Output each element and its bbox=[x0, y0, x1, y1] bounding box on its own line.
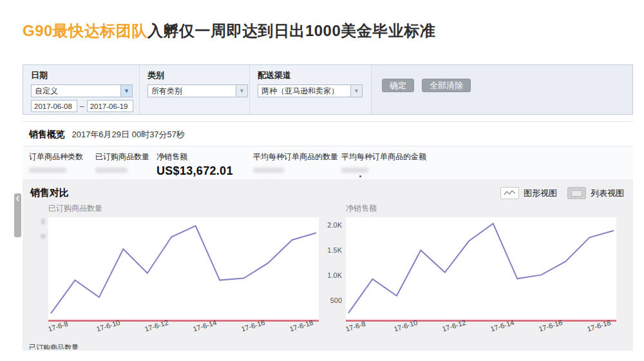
metric-label: 订单商品种类数 bbox=[29, 151, 95, 162]
metric-label: 平均每种订单商品的数量 bbox=[253, 151, 341, 162]
sales-overview-section: 销售概览 2017年6月29日 00时37分57秒 订单商品种类数 已订购商品数… bbox=[23, 121, 633, 186]
metric-label: 平均每种订单商品的金额 bbox=[341, 151, 633, 162]
category-select[interactable]: 所有类别 ▼ bbox=[147, 84, 248, 97]
page-title-highlight: G90最快达标团队 bbox=[23, 22, 147, 39]
page-title: G90最快达标团队入孵仅一周即达到日出1000美金毕业标准 bbox=[23, 21, 435, 41]
graph-view-label: 图形视图 bbox=[524, 188, 557, 199]
x-axis: 17-6-817-6-1017-6-1217-6-1417-6-1617-6-1… bbox=[48, 322, 319, 341]
metric-avg-units-per-item: 平均每种订单商品的数量 bbox=[253, 151, 341, 178]
y-axis: 5001.0K1.5K2.0K bbox=[323, 217, 346, 322]
date-range-separator: – bbox=[77, 102, 87, 111]
filter-actions: 确定 全部清除 bbox=[371, 65, 632, 114]
metric-units-ordered: 已订购商品数量 bbox=[95, 151, 156, 178]
sales-overview-title: 销售概览 bbox=[29, 129, 65, 139]
metric-avg-amount-per-item: 平均每种订单商品的金额 bbox=[341, 151, 633, 178]
sales-overview-timestamp: 2017年6月29日 00时37分57秒 bbox=[71, 130, 185, 139]
x-tick-label: 17-6-8 bbox=[47, 320, 69, 333]
plot-area bbox=[346, 217, 616, 322]
list-view-button[interactable]: 列表视图 bbox=[567, 187, 624, 199]
x-tick-label: 17-6-8 bbox=[345, 320, 366, 333]
list-view-label: 列表视图 bbox=[591, 188, 624, 199]
net-sales-value: US$13,672.01 bbox=[156, 164, 253, 178]
line-series bbox=[51, 226, 316, 313]
channel-value: 两种（亚马逊和卖家） bbox=[258, 85, 350, 97]
redacted-value bbox=[95, 168, 128, 173]
sales-compare-title: 销售对比 bbox=[30, 187, 69, 199]
graph-view-button[interactable]: 图形视图 bbox=[500, 187, 557, 199]
obscured-y-label bbox=[41, 234, 46, 239]
dashboard-page: G90最快达标团队入孵仅一周即达到日出1000美金毕业标准 日期 自定义 ▼ –… bbox=[0, 0, 644, 361]
view-toggles: 图形视图 列表视图 bbox=[500, 187, 624, 199]
y-tick-label: 1.5K bbox=[327, 246, 342, 254]
line-chart-icon bbox=[500, 187, 519, 199]
category-value: 所有类别 bbox=[148, 85, 236, 97]
sales-overview-header: 销售概览 2017年6月29日 00时37分57秒 bbox=[23, 121, 633, 146]
date-filter-section: 日期 自定义 ▼ – bbox=[23, 65, 139, 114]
table-icon bbox=[567, 187, 586, 199]
y-axis bbox=[38, 217, 48, 322]
page-title-rest: 入孵仅一周即达到日出1000美金毕业标准 bbox=[147, 22, 435, 39]
clear-all-button[interactable]: 全部清除 bbox=[422, 79, 471, 92]
category-filter-section: 类别 所有类别 ▼ bbox=[140, 65, 249, 114]
charts-row: 已订购商品数量 17-6-817-6-1017-6-1217-6-1417-6-… bbox=[23, 203, 633, 341]
sales-compare-header: 销售对比 图形视图 列表视图 bbox=[23, 179, 633, 200]
category-filter-label: 类别 bbox=[147, 70, 249, 81]
y-tick-label: 2.0K bbox=[327, 221, 342, 229]
filter-panel: 日期 自定义 ▼ – 类别 所有类别 ▼ 配送渠道 两种（亚马逊和卖家） bbox=[23, 64, 633, 115]
date-filter-label: 日期 bbox=[31, 70, 139, 81]
orders-quantity-chart: 已订购商品数量 17-6-817-6-1017-6-1217-6-1417-6-… bbox=[38, 203, 319, 341]
x-axis: 17-6-817-6-1017-6-1217-6-1417-6-1617-6-1… bbox=[346, 322, 616, 341]
chevron-down-icon: ▼ bbox=[120, 85, 132, 97]
metric-order-item-types: 订单商品种类数 bbox=[29, 151, 95, 178]
date-preset-select[interactable]: 自定义 ▼ bbox=[31, 84, 133, 97]
chevron-down-icon: ▼ bbox=[236, 85, 247, 97]
confirm-button[interactable]: 确定 bbox=[382, 79, 414, 92]
channel-select[interactable]: 两种（亚马逊和卖家） ▼ bbox=[258, 84, 363, 97]
date-preset-value: 自定义 bbox=[32, 85, 120, 97]
y-tick-label: 500 bbox=[330, 297, 342, 304]
sales-compare-section: 销售对比 图形视图 列表视图 已订购商品数量 bbox=[23, 179, 633, 351]
chevron-down-icon: ▼ bbox=[350, 85, 362, 97]
date-range: – bbox=[31, 100, 139, 112]
plot-area bbox=[48, 217, 319, 322]
redacted-value bbox=[29, 168, 66, 173]
date-to-input[interactable] bbox=[87, 100, 133, 112]
chart-title: 净销售额 bbox=[346, 203, 616, 214]
date-from-input[interactable] bbox=[31, 100, 77, 112]
metric-net-sales: 净销售额 US$13,672.01 bbox=[156, 151, 253, 178]
chart-title: 已订购商品数量 bbox=[48, 203, 319, 214]
channel-filter-label: 配送渠道 bbox=[258, 70, 371, 81]
metric-label: 净销售额 bbox=[156, 151, 253, 162]
redacted-value bbox=[341, 168, 368, 173]
net-sales-chart: 净销售额 5001.0K1.5K2.0K 17-6-817-6-1017-6-1… bbox=[323, 203, 616, 341]
line-series bbox=[348, 224, 614, 313]
y-tick-label: 1.0K bbox=[327, 271, 342, 279]
chevron-left-icon: ❮ bbox=[14, 195, 21, 202]
redacted-dot bbox=[359, 175, 361, 177]
obscured-y-label bbox=[41, 219, 45, 224]
chart-legend-clipped: 已订购商品数量 bbox=[29, 343, 79, 349]
channel-filter-section: 配送渠道 两种（亚马逊和卖家） ▼ bbox=[250, 65, 371, 114]
metric-label: 已订购商品数量 bbox=[95, 151, 156, 162]
collapse-panel-tab[interactable]: ❮ bbox=[14, 193, 21, 237]
redacted-value bbox=[253, 168, 284, 173]
